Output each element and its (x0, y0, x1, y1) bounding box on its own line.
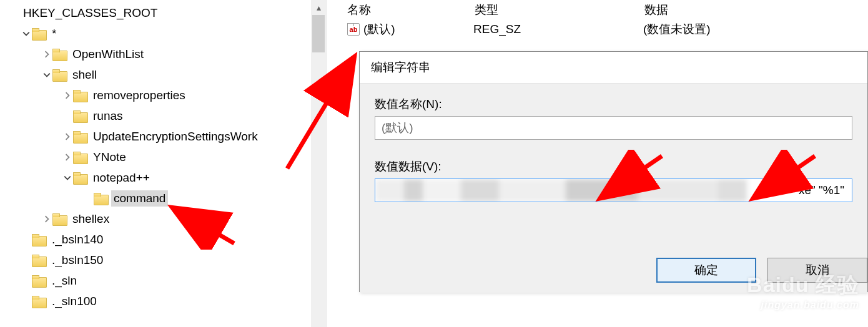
folder-icon (32, 255, 46, 266)
tree-item-sln100[interactable]: ._sln100 (0, 291, 311, 311)
tree-item-openwithlist[interactable]: OpenWithList (0, 44, 311, 64)
redacted-content (375, 179, 852, 202)
chevron-right-icon[interactable] (62, 152, 73, 163)
folder-icon (52, 49, 66, 60)
chevron-right-icon[interactable] (62, 131, 73, 142)
folder-icon (73, 152, 87, 163)
folder-icon (94, 193, 107, 204)
scroll-thumb[interactable] (312, 15, 325, 52)
tree-item-star[interactable]: * (0, 23, 311, 44)
folder-icon (52, 213, 66, 225)
folder-icon (73, 90, 87, 101)
folder-icon (52, 69, 66, 81)
folder-icon (32, 296, 46, 307)
col-type[interactable]: 类型 (475, 2, 644, 18)
chevron-down-icon[interactable] (41, 69, 52, 81)
value-data-field[interactable]: xe" "%1" (375, 178, 852, 202)
column-headers[interactable]: 名称 类型 数据 (343, 0, 868, 20)
chevron-right-icon[interactable] (41, 213, 52, 225)
chevron-down-icon[interactable] (62, 172, 73, 183)
tree-item-command[interactable]: command (0, 188, 311, 208)
scroll-up-icon[interactable]: ▴ (311, 0, 326, 15)
folder-icon (73, 110, 87, 122)
folder-icon (32, 275, 46, 286)
folder-icon (32, 28, 46, 39)
dialog-title: 编辑字符串 (360, 52, 867, 83)
tree-item-removeproperties[interactable]: removeproperties (0, 85, 311, 105)
col-data[interactable]: 数据 (644, 2, 868, 18)
tree-item-updateencryption[interactable]: UpdateEncryptionSettingsWork (0, 126, 311, 147)
ok-button[interactable]: 确定 (656, 258, 756, 283)
tree-label: HKEY_CLASSES_ROOT (21, 5, 160, 21)
tree-scrollbar[interactable]: ▴ (311, 0, 326, 327)
chevron-right-icon[interactable] (62, 90, 73, 101)
chevron-down-icon[interactable] (21, 28, 32, 39)
watermark: Baidu 经验 jingyan.baidu.com (747, 271, 859, 311)
tree-item-sln[interactable]: ._sln (0, 270, 311, 291)
registry-tree[interactable]: HKEY_CLASSES_ROOT * OpenWithList shell r… (0, 0, 311, 327)
folder-icon (73, 131, 87, 142)
panel-divider[interactable] (326, 0, 343, 327)
value-name-label: 数值名称(N): (375, 96, 852, 112)
value-row-default[interactable]: ab (默认) REG_SZ (数值未设置) (343, 20, 868, 39)
tree-item-bsln150[interactable]: ._bsln150 (0, 250, 311, 270)
string-value-icon: ab (347, 23, 360, 36)
chevron-right-icon[interactable] (41, 49, 52, 60)
tree-item-shellex[interactable]: shellex (0, 208, 311, 229)
tree-root[interactable]: HKEY_CLASSES_ROOT (0, 2, 311, 23)
col-name[interactable]: 名称 (347, 2, 475, 18)
tree-item-notepadpp[interactable]: notepad++ (0, 167, 311, 188)
edit-string-dialog: 编辑字符串 数值名称(N): (默认) 数值数据(V): xe" "%1" 确定… (359, 51, 868, 292)
value-data-label: 数值数据(V): (375, 159, 852, 175)
tree-item-ynote[interactable]: YNote (0, 147, 311, 167)
tree-item-bsln140[interactable]: ._bsln140 (0, 229, 311, 250)
value-name-field[interactable]: (默认) (375, 116, 852, 140)
tree-item-runas[interactable]: runas (0, 105, 311, 126)
folder-icon (32, 234, 46, 245)
folder-icon (73, 172, 87, 183)
tree-item-shell[interactable]: shell (0, 64, 311, 85)
